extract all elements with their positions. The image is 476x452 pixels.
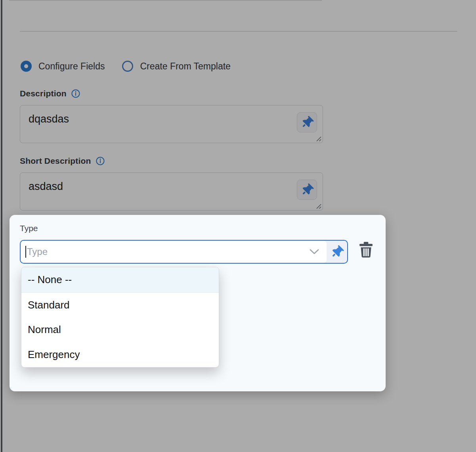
type-combobox-input-area bbox=[21, 241, 327, 263]
dropdown-option-standard[interactable]: Standard bbox=[21, 293, 219, 318]
type-pin-button[interactable] bbox=[327, 241, 347, 263]
text-caret bbox=[25, 246, 26, 258]
type-label: Type bbox=[20, 224, 38, 233]
type-combobox bbox=[20, 240, 348, 264]
type-dropdown-listbox: -- None -- Standard Normal Emergency bbox=[21, 267, 219, 368]
dropdown-option-emergency[interactable]: Emergency bbox=[21, 342, 219, 367]
chevron-down-icon[interactable] bbox=[309, 249, 320, 255]
trash-icon bbox=[359, 242, 373, 258]
type-field-spotlight-card: Type bbox=[10, 215, 386, 391]
dropdown-option-none[interactable]: -- None -- bbox=[21, 267, 219, 293]
pushpin-icon bbox=[332, 246, 342, 258]
type-combobox-input[interactable] bbox=[21, 241, 327, 263]
screen: Configure Fields Create From Template De… bbox=[0, 0, 476, 452]
delete-field-button[interactable] bbox=[357, 240, 375, 259]
dropdown-option-normal[interactable]: Normal bbox=[21, 318, 219, 343]
